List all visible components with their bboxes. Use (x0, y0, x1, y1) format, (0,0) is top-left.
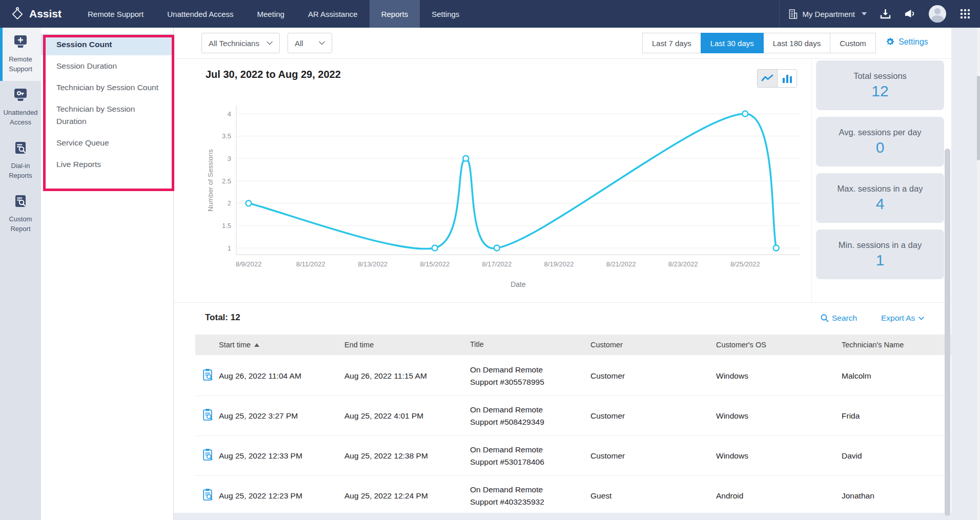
window-scrollbar-thumb[interactable] (977, 76, 980, 160)
report-menu-item-technician-by-session-duration[interactable]: Technician by Session Duration (41, 98, 173, 132)
cell-end: Aug 25, 2022 12:24 PM (344, 491, 470, 501)
stat-value: 1 (876, 252, 885, 269)
left-icon-sidebar: Remote SupportUnattended AccessDial-in R… (0, 28, 41, 520)
report-menu-item-service-queue[interactable]: Service Queue (41, 132, 173, 154)
avatar-head (934, 8, 941, 14)
cell-start: Aug 25, 2022 12:33 PM (219, 451, 344, 461)
svg-text:4: 4 (228, 110, 231, 118)
nav-item-unattended-access[interactable]: Unattended Access (155, 0, 245, 28)
cell-start: Aug 26, 2022 11:04 AM (219, 371, 344, 381)
cell-title: On Demand Remote Support #305578995 (470, 364, 552, 388)
nav-item-reports[interactable]: Reports (370, 0, 420, 28)
session-record-icon[interactable] (202, 408, 214, 423)
svg-text:Date: Date (511, 280, 526, 288)
report-settings-button[interactable]: Settings (885, 37, 928, 47)
cell-end: Aug 25, 2022 12:38 PM (344, 451, 470, 461)
nav-item-meeting[interactable]: Meeting (246, 0, 296, 28)
chevron-down-icon (319, 41, 325, 45)
download-button[interactable] (880, 9, 891, 19)
column-header-technician-s-name[interactable]: Technician's Name (842, 341, 951, 349)
column-header-label: Customer's OS (716, 341, 766, 349)
svg-text:3: 3 (228, 155, 231, 162)
stat-value: 0 (876, 139, 885, 156)
nav-item-settings[interactable]: Settings (420, 0, 471, 28)
svg-text:8/11/2022: 8/11/2022 (296, 260, 325, 268)
svg-text:8/17/2022: 8/17/2022 (482, 260, 512, 268)
line-chart-toggle-button[interactable] (758, 70, 777, 87)
table-row[interactable]: Aug 25, 2022 12:23 PMAug 25, 2022 12:24 … (195, 476, 951, 516)
bar-chart-icon (782, 74, 792, 83)
session-type-filter-dropdown[interactable]: All (288, 33, 332, 53)
session-record-icon[interactable] (202, 368, 214, 383)
user-avatar[interactable] (929, 5, 946, 23)
column-header-label: End time (344, 341, 374, 349)
brand-name: Assist (29, 8, 62, 20)
top-navigation: Assist Remote SupportUnattended AccessMe… (0, 0, 980, 28)
sort-ascending-icon (254, 343, 259, 347)
cell-customer: Customer (590, 411, 716, 421)
report-menu-item-session-count[interactable]: Session Count (41, 34, 173, 55)
announcement-icon[interactable] (904, 9, 915, 19)
sidebar-item-remote-support[interactable]: Remote Support (0, 28, 41, 81)
cell-title: On Demand Remote Support #403235932 (470, 484, 552, 508)
range-button-last-180-days[interactable]: Last 180 days (763, 33, 830, 53)
table-row[interactable]: Aug 25, 2022 3:27 PMAug 25, 2022 4:01 PM… (195, 396, 951, 436)
session-record-icon[interactable] (202, 448, 214, 463)
column-header-start-time[interactable]: Start time (219, 341, 344, 349)
content-scrollbar-thumb[interactable] (945, 149, 950, 516)
column-header-label: Customer (590, 341, 623, 349)
bar-chart-toggle-button[interactable] (777, 70, 797, 87)
sidebar-item-custom-report[interactable]: Custom Report (0, 188, 41, 241)
svg-text:1.5: 1.5 (222, 222, 231, 230)
gear-icon (885, 37, 895, 47)
stat-card-total-sessions: Total sessions12 (816, 60, 944, 110)
column-header-label: Start time (219, 341, 251, 349)
table-total-count: Total: 12 (205, 313, 240, 323)
row-icon-cell (195, 408, 219, 423)
stat-card-max-sessions-in-a-day: Max. sessions in a day4 (816, 173, 944, 223)
svg-text:8/23/2022: 8/23/2022 (668, 260, 698, 268)
range-button-last-7-days[interactable]: Last 7 days (642, 33, 701, 53)
app-brand[interactable]: Assist (0, 0, 76, 28)
row-icon-cell (195, 368, 219, 383)
bottom-page-gutter (174, 513, 980, 520)
report-search-icon (13, 195, 28, 211)
table-row[interactable]: Aug 26, 2022 11:04 AMAug 26, 2022 11:15 … (195, 356, 951, 396)
technician-filter-dropdown[interactable]: All Technicians (201, 33, 280, 53)
assist-logo-icon (10, 7, 25, 21)
column-header-end-time[interactable]: End time (344, 341, 470, 349)
window-scrollbar-track[interactable] (977, 28, 980, 520)
table-body: Aug 26, 2022 11:04 AMAug 26, 2022 11:15 … (195, 356, 951, 516)
sidebar-item-label: Custom Report (2, 215, 39, 233)
report-menu-item-live-reports[interactable]: Live Reports (41, 154, 173, 175)
main-content: All Technicians All Last 7 daysLast 30 d… (174, 28, 951, 520)
column-header-title[interactable]: Title (470, 339, 552, 350)
department-label: My Department (802, 10, 855, 18)
range-button-last-30-days[interactable]: Last 30 days (701, 33, 764, 53)
row-icon-cell (195, 488, 219, 503)
primary-nav-items: Remote SupportUnattended AccessMeetingAR… (76, 0, 471, 28)
nav-item-remote-support[interactable]: Remote Support (76, 0, 155, 28)
report-menu-item-technician-by-session-count[interactable]: Technician by Session Count (41, 77, 173, 98)
stat-value: 4 (876, 195, 885, 213)
range-button-custom[interactable]: Custom (830, 33, 876, 53)
column-header-customer[interactable]: Customer (590, 341, 716, 349)
table-row[interactable]: Aug 25, 2022 12:33 PMAug 25, 2022 12:38 … (195, 436, 951, 476)
sidebar-item-dial-in-reports[interactable]: Dial-in Reports (0, 134, 41, 188)
column-header-customer-s-os[interactable]: Customer's OS (716, 341, 842, 349)
chevron-down-icon (267, 41, 273, 45)
table-search-button[interactable]: Search (821, 314, 857, 323)
department-selector[interactable]: My Department (789, 9, 867, 19)
monitor-plus-icon (13, 35, 28, 51)
cell-technician: Malcolm (842, 371, 951, 381)
stat-label: Avg. sessions per day (839, 128, 921, 137)
sidebar-item-unattended-access[interactable]: Unattended Access (0, 81, 41, 134)
stat-card-min-sessions-in-a-day: Min. sessions in a day1 (816, 230, 944, 279)
session-record-icon[interactable] (202, 488, 214, 503)
table-header-row: Start timeEnd timeTitleCustomerCustomer'… (195, 335, 951, 355)
right-page-gutter (951, 28, 977, 520)
nav-item-ar-assistance[interactable]: AR Assistance (296, 0, 370, 28)
export-as-button[interactable]: Export As (881, 314, 924, 323)
apps-grid-icon[interactable] (959, 8, 971, 19)
report-menu-item-session-duration[interactable]: Session Duration (41, 55, 173, 77)
